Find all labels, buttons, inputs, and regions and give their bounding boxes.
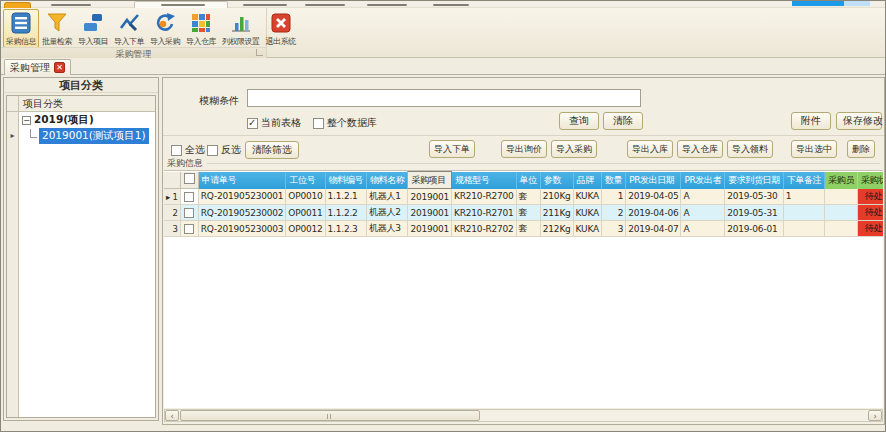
cell-5[interactable]: KR210-R2701 xyxy=(452,205,517,221)
select-all-checkbox[interactable]: 全选 xyxy=(171,143,205,157)
cell-5[interactable]: KR210-R2700 xyxy=(452,189,517,205)
checkbox-icon[interactable] xyxy=(207,145,218,156)
cell-8[interactable]: KUKA xyxy=(573,205,601,221)
document-tab-procurement[interactable]: 采购管理 ✕ xyxy=(4,59,71,75)
invert-selection-checkbox[interactable]: 反选 xyxy=(207,143,241,157)
cell-14[interactable] xyxy=(825,189,858,205)
ribbon-button-import-purchase[interactable]: 导入采购 xyxy=(147,9,183,48)
column-header-3[interactable]: 物料名称 xyxy=(366,172,407,189)
cell-9[interactable]: 2 xyxy=(601,205,625,221)
select-all-column-header[interactable] xyxy=(180,172,198,189)
column-header-7[interactable]: 参数 xyxy=(540,172,573,189)
column-header-1[interactable]: 工位号 xyxy=(286,172,325,189)
column-header-15[interactable]: 采购状态 xyxy=(858,172,884,189)
tree-node-selected[interactable]: 2019001(测试项目1) xyxy=(19,128,155,144)
checkbox-icon[interactable] xyxy=(184,192,194,202)
checkbox-current-table[interactable]: 当前表格 xyxy=(247,116,301,130)
cell-7[interactable]: 210Kg xyxy=(540,189,573,205)
action-button-2-0[interactable]: 导出入库 xyxy=(627,140,673,158)
grid-row-3[interactable]: 3RQ-201905230003OP00121.1.2.3机器人32019001… xyxy=(164,221,883,237)
cell-7[interactable]: 211Kg xyxy=(540,205,573,221)
chevron-left-icon[interactable]: ‹ xyxy=(165,410,179,421)
cell-2[interactable]: 1.1.2.3 xyxy=(325,221,366,237)
row-checkbox-cell[interactable] xyxy=(180,221,198,237)
horizontal-scrollbar[interactable]: ‹ › xyxy=(164,409,883,422)
action-button-3-0[interactable]: 导出选中 xyxy=(791,140,837,158)
cell-13[interactable]: 1 xyxy=(783,189,824,205)
ribbon-tab[interactable] xyxy=(161,4,205,6)
column-header-10[interactable]: PR发出日期 xyxy=(626,172,681,189)
cell-11[interactable]: A xyxy=(681,221,725,237)
cell-5[interactable]: KR210-R2702 xyxy=(452,221,517,237)
cell-12[interactable]: 2019-05-31 xyxy=(725,205,784,221)
cell-13[interactable] xyxy=(783,221,824,237)
action-button-2-2[interactable]: 导入领料 xyxy=(727,140,773,158)
ribbon-button-column-permission[interactable]: 列权限设置 xyxy=(219,9,263,48)
grid-row-2[interactable]: 2RQ-201905230002OP00111.1.2.2机器人22019001… xyxy=(164,205,883,221)
column-header-13[interactable]: 下单备注 xyxy=(783,172,824,189)
cell-6[interactable]: 套 xyxy=(516,205,540,221)
dialog-launcher-icon[interactable] xyxy=(256,49,263,56)
ribbon-button-import-project[interactable]: 导入项目 xyxy=(75,9,111,48)
cell-2[interactable]: 1.1.2.1 xyxy=(325,189,366,205)
cell-9[interactable]: 3 xyxy=(601,221,625,237)
tree-node-item[interactable]: −2019(项目) xyxy=(19,112,155,128)
cell-15[interactable]: 待处理 xyxy=(858,189,884,205)
cell-11[interactable]: A xyxy=(681,189,725,205)
cell-12[interactable]: 2019-05-30 xyxy=(725,189,784,205)
cell-3[interactable]: 机器人1 xyxy=(366,189,407,205)
cell-14[interactable] xyxy=(825,221,858,237)
ribbon-button-import-order[interactable]: 导入下单 xyxy=(111,9,147,48)
ribbon-tab[interactable] xyxy=(243,4,287,6)
cell-12[interactable]: 2019-06-01 xyxy=(725,221,784,237)
column-header-4[interactable]: 采购项目 xyxy=(408,172,452,189)
scrollbar-thumb[interactable] xyxy=(180,410,480,421)
cell-1[interactable]: OP0012 xyxy=(286,221,325,237)
ribbon-button-exit-system[interactable]: 退出系统 xyxy=(263,9,299,48)
chevron-right-icon[interactable]: › xyxy=(868,410,882,421)
action-button-0-0[interactable]: 导入下单 xyxy=(429,140,475,158)
cell-6[interactable]: 套 xyxy=(516,221,540,237)
search-button[interactable]: 查询 xyxy=(559,112,599,130)
cell-13[interactable] xyxy=(783,205,824,221)
action-button-1-1[interactable]: 导入采购 xyxy=(551,140,597,158)
action-button-4-0[interactable]: 删除 xyxy=(847,140,875,158)
checkbox-icon[interactable] xyxy=(171,145,182,156)
checkbox-icon[interactable] xyxy=(247,118,258,129)
column-header-0[interactable]: 申请单号 xyxy=(198,172,286,189)
cell-3[interactable]: 机器人2 xyxy=(366,205,407,221)
cell-8[interactable]: KUKA xyxy=(573,189,601,205)
cell-4[interactable]: 2019001 xyxy=(408,205,452,221)
cell-7[interactable]: 212Kg xyxy=(540,221,573,237)
ribbon-button-batch-search[interactable]: 批量检索 xyxy=(39,9,75,48)
cell-4[interactable]: 2019001 xyxy=(408,221,452,237)
cell-6[interactable]: 套 xyxy=(516,189,540,205)
checkbox-icon[interactable] xyxy=(184,224,194,234)
cell-1[interactable]: OP0010 xyxy=(286,189,325,205)
ribbon-tab[interactable] xyxy=(51,4,91,6)
column-header-8[interactable]: 品牌 xyxy=(573,172,601,189)
cell-10[interactable]: 2019-04-06 xyxy=(626,205,681,221)
clear-button[interactable]: 清除 xyxy=(603,112,643,130)
cell-9[interactable]: 1 xyxy=(601,189,625,205)
save-changes-button[interactable]: 保存修改 xyxy=(836,112,882,130)
ribbon-tab[interactable] xyxy=(305,4,345,6)
cell-0[interactable]: RQ-201905230003 xyxy=(198,221,286,237)
cell-14[interactable] xyxy=(825,205,858,221)
ribbon-tab[interactable] xyxy=(433,4,469,6)
column-header-14[interactable]: 采购员 xyxy=(825,172,858,189)
fuzzy-condition-input[interactable] xyxy=(247,89,641,107)
action-button-2-1[interactable]: 导入仓库 xyxy=(677,140,723,158)
cell-10[interactable]: 2019-04-05 xyxy=(626,189,681,205)
column-header-9[interactable]: 数量 xyxy=(601,172,625,189)
tree-column-header[interactable]: 项目分类 xyxy=(19,96,155,112)
column-header-5[interactable]: 规格型号 xyxy=(452,172,517,189)
cell-15[interactable]: 待处理 xyxy=(858,221,884,237)
cell-2[interactable]: 1.1.2.2 xyxy=(325,205,366,221)
cell-0[interactable]: RQ-201905230002 xyxy=(198,205,286,221)
attachment-button[interactable]: 附件 xyxy=(791,112,831,130)
column-header-6[interactable]: 单位 xyxy=(516,172,540,189)
cell-8[interactable]: KUKA xyxy=(573,221,601,237)
cell-10[interactable]: 2019-04-07 xyxy=(626,221,681,237)
checkbox-icon[interactable] xyxy=(184,208,194,218)
